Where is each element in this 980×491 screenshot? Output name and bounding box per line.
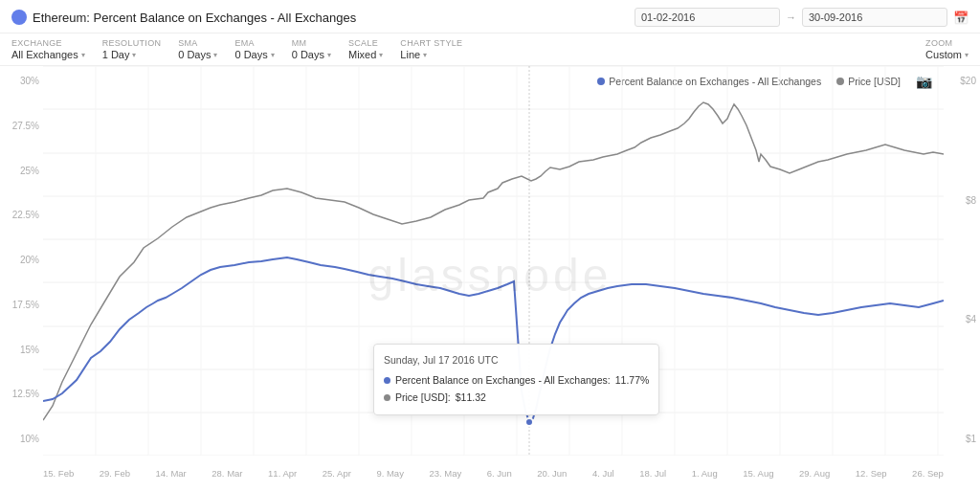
x-label-sep12: 12. Sep [856,468,887,479]
date-start-input[interactable] [635,8,780,27]
resolution-filter: Resolution 1 Day ▾ [102,38,162,60]
zoom-chevron: ▾ [965,51,969,59]
x-label-feb15: 15. Feb [43,468,74,479]
x-label-feb29: 29. Feb [100,468,130,479]
ema-filter: EMA 0 Days ▾ [234,38,274,60]
scale-select[interactable]: Mixed ▾ [348,49,383,60]
x-label-mar28: 28. Mar [212,468,242,479]
price-line [43,102,944,420]
chart-style-label: Chart Style [400,38,462,48]
exchange-label: Exchange [11,38,85,48]
header: Ethereum: Percent Balance on Exchanges -… [0,0,980,33]
title-area: Ethereum: Percent Balance on Exchanges -… [11,10,619,25]
y-left-125: 12.5% [0,389,39,399]
x-label-aug15: 15. Aug [743,468,773,479]
y-left-175: 17.5% [0,300,39,310]
chart-style-chevron: ▾ [423,51,427,59]
y-right-8: $8 [944,195,976,206]
scale-label: Scale [348,38,383,48]
page-title: Ethereum: Percent Balance on Exchanges -… [33,11,356,25]
scale-filter: Scale Mixed ▾ [348,38,383,60]
x-label-may23: 23. May [429,468,461,479]
sma-chevron: ▾ [213,51,217,59]
zoom-select[interactable]: Custom ▾ [925,49,969,60]
x-label-apr11: 11. Apr [268,468,297,479]
date-range: → 📅 [635,8,969,27]
date-separator: → [786,11,796,23]
chart-style-filter: Chart Style Line ▾ [400,38,462,60]
resolution-chevron: ▾ [132,51,136,59]
ema-label: EMA [234,38,274,48]
y-left-25: 25% [0,166,39,176]
x-label-aug29: 29. Aug [799,468,830,479]
exchange-chevron: ▾ [81,51,85,59]
x-label-mar14: 14. Mar [156,468,187,479]
ema-select[interactable]: 0 Days ▾ [234,49,274,60]
zoom-label: Zoom [925,38,969,48]
svg-point-28 [525,418,533,426]
y-left-225: 22.5% [0,210,39,220]
x-label-jun20: 20. Jun [537,468,567,479]
exchange-filter: Exchange All Exchanges ▾ [11,38,85,60]
y-left-20: 20% [0,255,39,265]
date-end-input[interactable] [802,8,947,27]
x-label-apr25: 25. Apr [323,468,351,479]
y-left-275: 27.5% [0,121,39,131]
y-axis-right: $20 $8 $4 $1 [944,66,980,454]
toolbar: Exchange All Exchanges ▾ Resolution 1 Da… [0,33,980,66]
y-left-10: 10% [0,434,39,444]
x-label-jul4: 4. Jul [592,468,614,479]
y-left-15: 15% [0,345,39,355]
y-right-20: $20 [944,76,976,86]
chart-area: Percent Balance on Exchanges - All Excha… [0,66,980,482]
x-label-jun6: 6. Jun [487,468,512,479]
chart-canvas [43,66,944,456]
x-axis: 15. Feb 29. Feb 14. Mar 28. Mar 11. Apr … [43,456,944,482]
y-right-4: $4 [944,314,976,324]
x-label-jul18: 18. Jul [639,468,666,479]
exchange-select[interactable]: All Exchanges ▾ [11,49,85,60]
resolution-label: Resolution [102,38,162,48]
x-label-aug1: 1. Aug [692,468,718,479]
sma-label: SMA [178,38,217,48]
mm-chevron: ▾ [327,51,331,59]
sma-select[interactable]: 0 Days ▾ [178,49,217,60]
zoom-filter: Zoom Custom ▾ [925,38,969,60]
y-axis-left: 30% 27.5% 25% 22.5% 20% 17.5% 15% 12.5% … [0,66,43,454]
ema-chevron: ▾ [271,51,275,59]
calendar-icon[interactable]: 📅 [953,11,969,25]
chart-style-select[interactable]: Line ▾ [400,49,462,60]
chart-svg [43,66,944,456]
mm-filter: MM 0 Days ▾ [292,38,331,60]
x-label-may9: 9. May [376,468,404,479]
y-right-1: $1 [944,434,976,444]
resolution-select[interactable]: 1 Day ▾ [102,49,162,60]
scale-chevron: ▾ [379,51,383,59]
sma-filter: SMA 0 Days ▾ [178,38,217,60]
mm-label: MM [292,38,331,48]
eth-icon [11,10,27,25]
y-left-30: 30% [0,76,39,86]
mm-select[interactable]: 0 Days ▾ [292,49,331,60]
x-label-sep26: 26. Sep [912,468,944,479]
